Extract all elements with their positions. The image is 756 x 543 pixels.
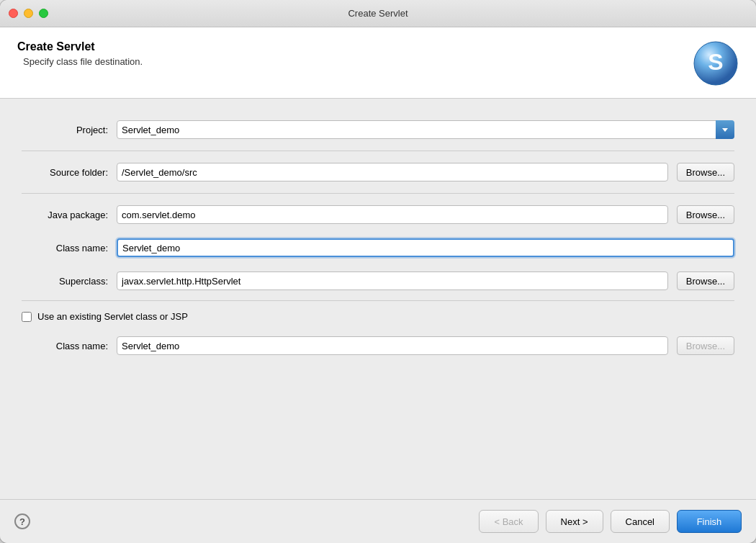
close-button[interactable]	[9, 9, 18, 18]
help-button[interactable]: ?	[14, 513, 30, 529]
dialog-window: Create Servlet Create Servlet Specify cl…	[0, 0, 756, 543]
java-package-row: Java package: Browse...	[22, 198, 734, 231]
superclass-input[interactable]	[117, 272, 668, 290]
source-folder-input[interactable]	[117, 163, 668, 181]
superclass-row: Superclass: Browse...	[22, 264, 734, 301]
minimize-button[interactable]	[24, 9, 33, 18]
existing-servlet-label: Use an existing Servlet class or JSP	[37, 311, 188, 322]
finish-button[interactable]: Finish	[677, 510, 742, 533]
project-select[interactable]: Servlet_demo	[117, 120, 734, 139]
class-name-label: Class name:	[22, 243, 108, 253]
next-button[interactable]: Next >	[546, 510, 603, 533]
class-name2-row: Class name: Browse...	[22, 329, 734, 362]
header-subtitle: Specify class file destination.	[23, 56, 143, 67]
class-name-row: Class name:	[22, 231, 734, 264]
footer-right: < Back Next > Cancel Finish	[479, 510, 742, 533]
superclass-browse-button[interactable]: Browse...	[677, 272, 734, 290]
svg-text:S: S	[708, 49, 723, 75]
project-label: Project:	[22, 125, 108, 135]
java-package-input[interactable]	[117, 205, 668, 224]
traffic-lights	[9, 9, 48, 18]
header-text: Create Servlet Specify class file destin…	[17, 40, 143, 67]
source-folder-label: Source folder:	[22, 167, 108, 178]
footer: ? < Back Next > Cancel Finish	[0, 499, 756, 543]
java-package-label: Java package:	[22, 210, 108, 220]
footer-left: ?	[14, 513, 30, 529]
maximize-button[interactable]	[39, 9, 48, 18]
class-name-input[interactable]	[117, 238, 734, 257]
title-bar: Create Servlet	[0, 0, 756, 27]
header-section: Create Servlet Specify class file destin…	[0, 27, 756, 99]
servlet-icon: S	[693, 40, 739, 86]
class-name2-label: Class name:	[22, 341, 108, 351]
existing-servlet-checkbox[interactable]	[22, 312, 32, 322]
source-folder-browse-button[interactable]: Browse...	[677, 163, 734, 181]
divider-2	[22, 193, 734, 194]
content-area: Project: Servlet_demo Source folder: Bro…	[0, 99, 756, 499]
window-title: Create Servlet	[348, 8, 408, 19]
class-name2-input[interactable]	[117, 336, 668, 355]
checkbox-row: Use an existing Servlet class or JSP	[22, 304, 734, 329]
class-name2-browse-button[interactable]: Browse...	[677, 336, 734, 355]
superclass-label: Superclass:	[22, 276, 108, 287]
java-package-browse-button[interactable]: Browse...	[677, 205, 734, 224]
header-title: Create Servlet	[17, 40, 143, 53]
back-button[interactable]: < Back	[479, 510, 538, 533]
project-select-wrapper: Servlet_demo	[117, 120, 734, 139]
project-row: Project: Servlet_demo	[22, 113, 734, 146]
cancel-button[interactable]: Cancel	[611, 510, 670, 533]
source-folder-row: Source folder: Browse...	[22, 156, 734, 189]
divider-1	[22, 151, 734, 151]
